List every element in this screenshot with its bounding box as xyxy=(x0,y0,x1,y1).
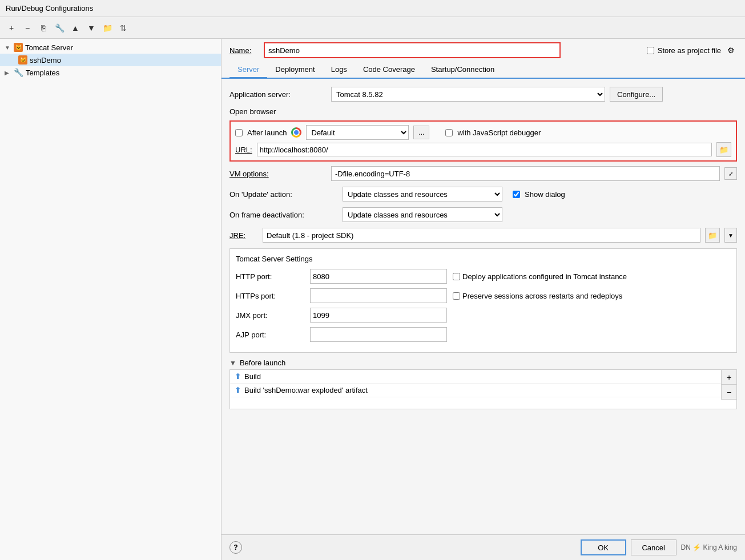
preserve-sessions-checkbox[interactable] xyxy=(453,292,460,300)
main-content: ▼ 🐱 Tomcat Server 🐱 sshDemo ▶ 🔧 Template… xyxy=(0,39,745,560)
url-label: URL: xyxy=(235,146,252,154)
preserve-sessions-row: Preserve sessions across restarts and re… xyxy=(453,292,622,300)
jre-folder-button[interactable]: 📁 xyxy=(705,228,720,243)
window-title: Run/Debug Configurations xyxy=(6,4,93,13)
jre-dropdown-button[interactable]: ▼ xyxy=(724,228,737,243)
server-tab-content: Application server: Tomcat 8.5.82 Config… xyxy=(222,79,745,534)
build-label: Build xyxy=(244,372,261,381)
tree-item-templates[interactable]: ▶ 🔧 Templates xyxy=(0,66,221,79)
before-launch-buttons: + − xyxy=(721,370,736,400)
status-text: DN ⚡ King A king xyxy=(681,543,737,551)
ajp-port-input[interactable] xyxy=(310,327,447,342)
tab-deployment[interactable]: Deployment xyxy=(267,62,323,79)
deploy-label: Deploy applications configured in Tomcat… xyxy=(462,272,627,281)
on-frame-row: On frame deactivation: Update classes an… xyxy=(229,207,737,222)
gear-button[interactable]: ⚙ xyxy=(724,44,737,57)
tomcat-icon: 🐱 xyxy=(14,43,23,52)
add-button[interactable]: + xyxy=(5,21,18,35)
help-button[interactable]: ? xyxy=(229,541,242,554)
before-launch-section: ▼ Before launch ⬆ Build ⬆ Build 'sshDemo… xyxy=(229,358,737,409)
open-browser-box: After launch Default ... with JavaScript… xyxy=(229,120,737,162)
https-port-row: HTTPs port: Preserve sessions across res… xyxy=(236,288,731,303)
wrench-icon: 🔧 xyxy=(14,68,23,77)
https-port-label: HTTPs port: xyxy=(236,292,304,300)
right-panel: Name: Store as project file ⚙ Server D xyxy=(222,39,745,560)
url-input[interactable] xyxy=(257,143,712,156)
app-server-label: Application server: xyxy=(229,90,327,99)
show-dialog-label: Show dialog xyxy=(525,190,565,199)
js-debugger-checkbox[interactable] xyxy=(445,129,453,136)
store-checkbox[interactable] xyxy=(647,47,654,54)
ajp-port-label: AJP port: xyxy=(236,331,304,339)
remove-button[interactable]: − xyxy=(21,21,34,35)
tomcat-icon-child: 🐱 xyxy=(18,55,27,65)
open-browser-label: Open browser xyxy=(229,107,737,116)
vm-options-row: VM options: ⤢ xyxy=(229,166,737,181)
build-artifact-label: Build 'sshDemo:war exploded' artifact xyxy=(244,386,368,394)
tab-server[interactable]: Server xyxy=(229,62,267,79)
http-port-input[interactable] xyxy=(310,269,447,284)
on-update-select[interactable]: Update classes and resources xyxy=(343,187,502,202)
ajp-port-row: AJP port: xyxy=(236,327,731,342)
after-launch-row: After launch Default ... with JavaScript… xyxy=(235,125,731,140)
wrench-button[interactable]: 🔧 xyxy=(53,21,66,35)
vm-options-label: VM options: xyxy=(229,170,327,178)
tab-logs[interactable]: Logs xyxy=(323,62,355,79)
before-launch-list: ⬆ Build ⬆ Build 'sshDemo:war exploded' a… xyxy=(229,369,737,409)
show-dialog-checkbox[interactable] xyxy=(513,191,520,198)
app-server-row: Application server: Tomcat 8.5.82 Config… xyxy=(229,87,737,102)
before-launch-add-button[interactable]: + xyxy=(722,370,736,385)
vm-expand-button[interactable]: ⤢ xyxy=(724,167,737,180)
before-launch-build-item[interactable]: ⬆ Build xyxy=(230,370,736,384)
after-launch-checkbox[interactable] xyxy=(235,129,243,136)
vm-options-input[interactable] xyxy=(331,166,720,181)
copy-button[interactable]: ⎘ xyxy=(37,21,50,35)
store-section: Store as project file ⚙ xyxy=(647,44,737,57)
name-row-area: Name: Store as project file ⚙ xyxy=(222,39,745,61)
app-server-select[interactable]: Tomcat 8.5.82 xyxy=(331,87,605,102)
before-launch-remove-button[interactable]: − xyxy=(722,385,736,400)
sort-button[interactable]: ⇅ xyxy=(116,21,130,35)
tree-item-sshdemo[interactable]: 🐱 sshDemo xyxy=(0,54,221,66)
folder-button[interactable]: 📁 xyxy=(100,21,114,35)
configure-button[interactable]: Configure... xyxy=(610,87,663,102)
tab-startup-connection[interactable]: Startup/Connection xyxy=(423,62,502,79)
ok-button[interactable]: OK xyxy=(581,539,626,555)
arrow-collapsed-icon: ▶ xyxy=(5,70,11,76)
store-label: Store as project file xyxy=(658,46,721,55)
tabs: Server Deployment Logs Code Coverage Sta… xyxy=(222,62,745,79)
jre-input[interactable] xyxy=(263,228,700,243)
jre-label: JRE: xyxy=(229,231,258,240)
cancel-button[interactable]: Cancel xyxy=(631,539,676,555)
name-label: Name: xyxy=(229,46,258,55)
tomcat-settings-section: Tomcat Server Settings HTTP port: Deploy… xyxy=(229,248,737,353)
browser-select[interactable]: Default xyxy=(306,125,409,140)
toolbar: + − ⎘ 🔧 ▲ ▼ 📁 ⇅ xyxy=(0,17,745,39)
down-button[interactable]: ▼ xyxy=(84,21,98,35)
tree-item-tomcat-server[interactable]: ▼ 🐱 Tomcat Server xyxy=(0,41,221,54)
after-launch-label: After launch xyxy=(247,128,287,137)
name-input[interactable] xyxy=(264,42,561,58)
up-button[interactable]: ▲ xyxy=(69,21,82,35)
deploy-checkbox[interactable] xyxy=(453,273,460,280)
jre-row: JRE: 📁 ▼ xyxy=(229,228,737,243)
on-update-row: On 'Update' action: Update classes and r… xyxy=(229,187,737,202)
http-port-label: HTTP port: xyxy=(236,272,304,281)
before-launch-artifact-item[interactable]: ⬆ Build 'sshDemo:war exploded' artifact xyxy=(230,384,736,397)
on-frame-label: On frame deactivation: xyxy=(229,211,338,219)
tab-code-coverage[interactable]: Code Coverage xyxy=(355,62,423,79)
before-launch-header: ▼ Before launch xyxy=(229,358,737,367)
before-launch-label: Before launch xyxy=(240,358,285,367)
on-frame-select[interactable]: Update classes and resources xyxy=(343,207,502,222)
jmx-port-input[interactable] xyxy=(310,308,447,323)
browse-button[interactable]: ... xyxy=(413,126,429,139)
name-section: Name: xyxy=(229,42,561,58)
left-panel: ▼ 🐱 Tomcat Server 🐱 sshDemo ▶ 🔧 Template… xyxy=(0,39,222,560)
https-port-input[interactable] xyxy=(310,288,447,303)
deploy-checkbox-row: Deploy applications configured in Tomcat… xyxy=(453,272,627,281)
on-update-label: On 'Update' action: xyxy=(229,190,338,199)
url-row: URL: 📁 xyxy=(235,142,731,157)
js-debugger-label: with JavaScript debugger xyxy=(457,128,541,137)
templates-label: Templates xyxy=(26,69,59,77)
url-folder-button[interactable]: 📁 xyxy=(716,142,731,157)
